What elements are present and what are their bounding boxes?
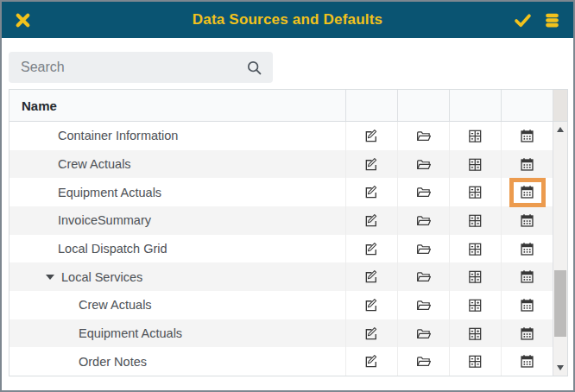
row-label: Crew Actuals	[58, 157, 131, 171]
scroll-down-arrow-icon[interactable]	[557, 365, 564, 370]
calendar-icon[interactable]	[519, 241, 535, 257]
action-cell	[345, 319, 397, 348]
name-column-header[interactable]: Name	[9, 90, 345, 121]
action-cell	[397, 206, 449, 235]
field-chooser-grid-icon[interactable]	[467, 353, 483, 370]
field-chooser-grid-icon[interactable]	[467, 241, 483, 257]
calendar-icon[interactable]	[519, 326, 535, 342]
edit-icon[interactable]	[363, 269, 380, 285]
open-folder-icon[interactable]	[415, 241, 432, 257]
row-label: Order Notes	[79, 355, 147, 369]
vertical-scrollbar[interactable]	[553, 122, 567, 376]
edit-icon[interactable]	[363, 241, 380, 257]
action-cell	[397, 347, 449, 376]
action-cell	[345, 178, 397, 206]
field-chooser-grid-icon[interactable]	[467, 297, 483, 313]
calendar-icon[interactable]	[519, 269, 535, 285]
calendar-icon[interactable]	[519, 184, 535, 200]
action-cell	[345, 150, 397, 179]
open-folder-icon[interactable]	[415, 326, 432, 342]
row-label: Container Information	[58, 129, 178, 142]
action-cell	[345, 206, 397, 235]
action-cell	[397, 150, 449, 179]
action-cell	[345, 291, 397, 319]
action-cell	[345, 235, 397, 263]
confirm-check-icon[interactable]	[513, 10, 533, 30]
field-chooser-grid-icon[interactable]	[467, 184, 483, 200]
calendar-icon[interactable]	[519, 212, 535, 229]
table-row[interactable]: Crew Actuals	[9, 150, 553, 179]
edit-icon[interactable]	[363, 212, 380, 229]
action-cell	[397, 235, 449, 263]
row-label: Equipment Actuals	[58, 186, 161, 199]
row-label: Local Dispatch Grid	[58, 242, 167, 256]
open-folder-icon[interactable]	[415, 212, 432, 229]
action-cell	[397, 262, 449, 291]
database-icon[interactable]	[543, 11, 561, 29]
action-cell	[397, 319, 449, 348]
scroll-up-arrow-icon[interactable]	[557, 127, 564, 132]
field-chooser-grid-icon[interactable]	[467, 269, 483, 285]
search-icon[interactable]	[246, 60, 262, 76]
action-cell	[501, 122, 553, 150]
field-chooser-grid-icon[interactable]	[467, 326, 483, 342]
field-chooser-grid-icon[interactable]	[467, 212, 483, 229]
scrollbar-thumb[interactable]	[554, 270, 566, 337]
table-row[interactable]: Equipment Actuals	[9, 319, 553, 348]
header-corner-cell	[553, 90, 567, 121]
open-folder-icon[interactable]	[415, 128, 432, 144]
table-row[interactable]: Local Services	[9, 262, 553, 291]
grid-column-header	[449, 90, 501, 121]
action-cell	[501, 235, 553, 263]
table-row[interactable]: Equipment Actuals	[9, 178, 553, 206]
open-folder-icon[interactable]	[415, 156, 432, 173]
calendar-column-header	[501, 90, 553, 121]
edit-icon[interactable]	[363, 353, 380, 370]
table-row[interactable]: Container Information	[9, 122, 553, 150]
action-cell	[449, 291, 501, 319]
action-cell	[397, 291, 449, 319]
action-cell	[449, 319, 501, 348]
action-cell	[449, 262, 501, 291]
field-chooser-grid-icon[interactable]	[467, 128, 483, 144]
collapse-arrow-icon[interactable]	[46, 275, 54, 280]
search-input[interactable]	[19, 59, 246, 76]
edit-icon[interactable]	[363, 297, 380, 313]
action-cell	[501, 319, 553, 348]
dialog-header: Data Sources and Defaults	[2, 2, 573, 38]
action-cell	[449, 206, 501, 235]
close-icon[interactable]	[14, 11, 32, 29]
field-chooser-grid-icon[interactable]	[467, 156, 483, 173]
open-folder-icon[interactable]	[415, 297, 432, 313]
open-folder-icon[interactable]	[415, 269, 432, 285]
calendar-icon[interactable]	[519, 128, 535, 144]
action-cell	[397, 122, 449, 150]
table-header-row: Name	[9, 90, 567, 122]
table-row[interactable]: Crew Actuals	[9, 291, 553, 319]
data-sources-table: Name Container Information Crew Actuals	[9, 89, 568, 376]
edit-column-header	[345, 90, 397, 121]
calendar-icon[interactable]	[519, 156, 535, 173]
action-cell	[397, 178, 449, 206]
row-label: Crew Actuals	[79, 298, 152, 312]
table-row[interactable]: Local Dispatch Grid	[9, 235, 553, 263]
edit-icon[interactable]	[363, 128, 380, 144]
action-cell	[345, 347, 397, 376]
open-folder-icon[interactable]	[415, 184, 432, 200]
edit-icon[interactable]	[363, 156, 380, 173]
edit-icon[interactable]	[363, 326, 380, 342]
table-row[interactable]: Order Notes	[9, 347, 553, 376]
action-cell	[501, 150, 553, 179]
calendar-icon[interactable]	[519, 353, 535, 370]
action-cell	[345, 262, 397, 291]
table-row[interactable]: InvoiceSummary	[9, 206, 553, 235]
edit-icon[interactable]	[363, 184, 380, 200]
calendar-icon[interactable]	[519, 297, 535, 313]
table-body: Container Information Crew Actuals Equip…	[9, 122, 553, 376]
open-column-header	[397, 90, 449, 121]
row-label: InvoiceSummary	[58, 213, 151, 227]
search-box[interactable]	[9, 52, 273, 83]
action-cell	[501, 178, 553, 206]
open-folder-icon[interactable]	[415, 353, 432, 370]
action-cell	[501, 291, 553, 319]
